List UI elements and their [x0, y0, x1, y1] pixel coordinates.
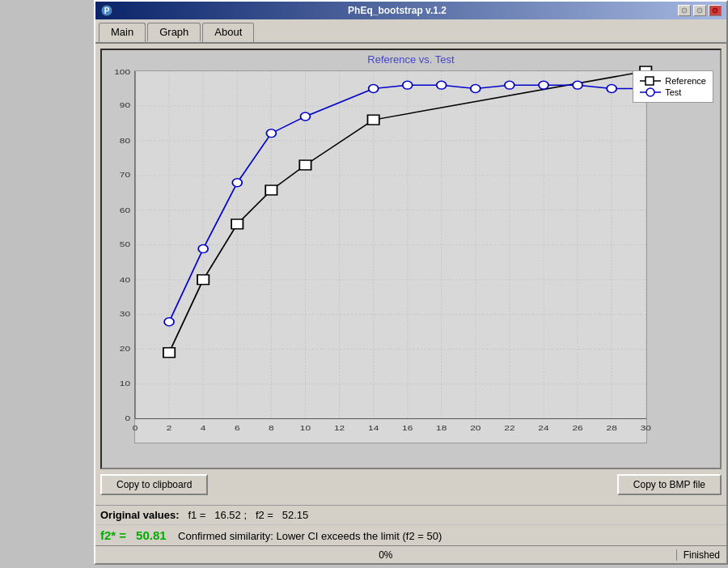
copy-bmp-button[interactable]: Copy to BMP file [617, 474, 722, 495]
svg-rect-63 [299, 160, 311, 170]
status-bar: 0% Finished [95, 545, 726, 563]
tab-graph[interactable]: Graph [147, 23, 201, 42]
svg-text:0: 0 [133, 423, 138, 432]
chart-inner: 0 10 20 30 40 50 60 70 80 90 100 0 2 4 6 [134, 70, 647, 443]
buttons-row: Copy to clipboard Copy to BMP file [100, 469, 722, 500]
svg-point-83 [646, 88, 654, 96]
svg-point-70 [301, 112, 311, 121]
original-values-label: Original values: [100, 509, 180, 521]
svg-text:20: 20 [120, 344, 130, 353]
svg-text:20: 20 [470, 423, 480, 432]
svg-text:14: 14 [368, 423, 379, 432]
svg-text:80: 80 [120, 136, 130, 145]
similarity-message: Confirmed similarity: Lower CI exceeds t… [178, 530, 442, 542]
chart-svg: 0 10 20 30 40 50 60 70 80 90 100 0 2 4 6 [135, 71, 646, 443]
f2star-value: 50.81 [136, 528, 167, 542]
legend-reference: Reference [640, 76, 706, 86]
chart-area: Reference vs. Test [100, 49, 722, 469]
f2-value: 52.15 [282, 509, 309, 521]
svg-point-3 [697, 8, 702, 13]
svg-point-72 [403, 81, 413, 89]
svg-point-75 [505, 81, 514, 89]
svg-text:18: 18 [436, 423, 447, 432]
svg-text:2: 2 [167, 423, 172, 432]
svg-point-77 [573, 81, 582, 89]
svg-point-69 [266, 129, 276, 138]
svg-text:90: 90 [120, 100, 130, 109]
svg-rect-61 [231, 219, 243, 229]
f1-label: f1 = [188, 509, 205, 521]
svg-text:30: 30 [120, 309, 130, 318]
svg-text:28: 28 [607, 423, 617, 432]
svg-point-78 [607, 85, 616, 93]
svg-text:6: 6 [235, 423, 240, 432]
legend-reference-label: Reference [665, 76, 706, 86]
svg-point-74 [471, 85, 480, 93]
svg-rect-62 [265, 185, 277, 195]
svg-point-2 [682, 8, 687, 13]
svg-text:10: 10 [300, 423, 311, 432]
svg-text:26: 26 [572, 423, 582, 432]
svg-text:P: P [104, 6, 110, 15]
f1-value: 16.52 [214, 509, 241, 521]
maximize-button[interactable] [693, 5, 706, 16]
legend-test: Test [640, 87, 706, 97]
svg-text:22: 22 [504, 423, 514, 432]
f2star-label: f2* = [100, 528, 133, 542]
minimize-button[interactable] [678, 5, 691, 16]
svg-text:10: 10 [120, 379, 130, 388]
window-title: PhEq_bootstrap v.1.2 [116, 5, 678, 16]
chart-title: Reference vs. Test [102, 50, 720, 66]
svg-point-66 [164, 318, 174, 326]
svg-text:4: 4 [201, 423, 206, 432]
svg-text:12: 12 [334, 423, 345, 432]
status-finished: Finished [677, 549, 726, 561]
main-window: P PhEq_bootstrap v.1.2 Main Graph About [94, 0, 728, 565]
svg-text:0: 0 [125, 413, 130, 422]
app-icon: P [100, 4, 113, 17]
svg-text:70: 70 [120, 170, 130, 179]
copy-clipboard-button[interactable]: Copy to clipboard [100, 474, 208, 495]
svg-text:50: 50 [120, 239, 130, 248]
svg-text:30: 30 [641, 423, 651, 432]
chart-legend: Reference Test [633, 70, 713, 103]
tab-main[interactable]: Main [99, 23, 146, 42]
svg-text:24: 24 [538, 423, 548, 432]
svg-text:8: 8 [269, 423, 274, 432]
svg-point-71 [369, 85, 379, 93]
tab-about[interactable]: About [202, 23, 254, 42]
svg-text:60: 60 [120, 206, 130, 214]
svg-rect-60 [197, 275, 209, 285]
legend-test-label: Test [665, 87, 681, 97]
close-button[interactable] [709, 5, 722, 16]
window-controls [678, 5, 722, 16]
original-values-row: Original values: f1 = 16.52 ; f2 = 52.15 [95, 505, 726, 524]
content-area: Reference vs. Test [95, 44, 726, 505]
svg-rect-64 [368, 115, 379, 125]
tab-bar: Main Graph About [95, 19, 726, 44]
svg-text:40: 40 [120, 275, 130, 284]
similarity-row: f2* = 50.81 Confirmed similarity: Lower … [95, 524, 726, 545]
svg-point-73 [437, 81, 447, 89]
svg-point-67 [198, 244, 208, 252]
f2-label: f2 = [256, 509, 273, 521]
svg-point-4 [713, 8, 717, 13]
svg-text:16: 16 [402, 423, 413, 432]
svg-point-76 [539, 81, 548, 89]
status-progress: 0% [95, 549, 677, 561]
svg-rect-81 [645, 77, 654, 85]
svg-rect-59 [163, 348, 175, 358]
title-bar: P PhEq_bootstrap v.1.2 [95, 2, 726, 19]
svg-point-68 [232, 179, 242, 187]
svg-text:100: 100 [114, 67, 130, 76]
